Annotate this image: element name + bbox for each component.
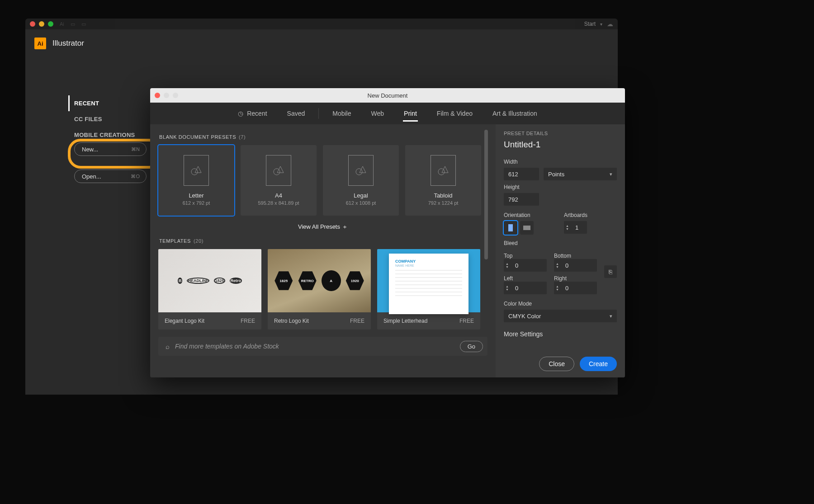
svg-marker-3 <box>277 166 284 173</box>
preset-letter[interactable]: Letter 612 x 792 pt <box>158 145 234 216</box>
portrait-icon <box>508 224 513 231</box>
template-thumbnail: 1825RETRO A1920 <box>268 249 371 312</box>
view-all-presets-button[interactable]: View All Presets＋ <box>158 216 487 236</box>
template-retro-logo[interactable]: 1825RETRO A1920 Retro Logo Kit FREE <box>268 249 371 330</box>
artboards-stepper[interactable]: ▲▼ 1 <box>564 221 587 234</box>
template-thumbnail: COMPANY NAME HERE <box>377 249 480 312</box>
preset-area: BLANK DOCUMENT PRESETS (7) Letter 612 x … <box>150 124 496 377</box>
artboards-label: Artboards <box>564 212 617 218</box>
svg-marker-1 <box>195 166 201 173</box>
height-input[interactable]: 792 <box>504 193 539 206</box>
bleed-bottom-label: Bottom <box>554 253 597 259</box>
new-label: New... <box>82 146 98 153</box>
mac-menu-bar: Ai ▭ ▭ Start ▾ ☁ <box>25 19 618 29</box>
new-document-dialog: New Document ◷ Recent Saved Mobile Web P… <box>150 88 625 377</box>
bleed-bottom-input[interactable]: ▲▼0 <box>554 259 597 272</box>
minimize-icon[interactable] <box>39 21 44 27</box>
landscape-icon <box>523 226 530 230</box>
svg-marker-5 <box>360 166 366 173</box>
colormode-label: Color Mode <box>504 301 617 307</box>
app-icon: Ai <box>60 21 64 27</box>
width-input[interactable]: 612 <box>504 168 539 180</box>
templates-heading: TEMPLATES (20) <box>158 236 487 249</box>
more-settings-button[interactable]: More Settings <box>504 330 617 338</box>
app-icon: ▭ <box>71 21 75 27</box>
width-label: Width <box>504 159 617 165</box>
window-controls[interactable] <box>30 21 53 27</box>
orientation-label: Orientation <box>504 212 557 218</box>
adobe-stock-search[interactable]: ⌕ Find more templates on Adobe Stock Go <box>158 337 487 356</box>
chevron-down-icon: ▼ <box>566 227 569 231</box>
document-name[interactable]: Untitled-1 <box>504 140 617 150</box>
preset-legal[interactable]: Legal 612 x 1008 pt <box>323 145 399 216</box>
presets-heading: BLANK DOCUMENT PRESETS (7) <box>158 132 487 145</box>
sidebar-item-ccfiles[interactable]: CC FILES <box>74 111 135 127</box>
close-button[interactable]: Close <box>539 357 574 371</box>
app-icon: ▭ <box>81 21 86 27</box>
page-icon <box>266 155 291 186</box>
height-label: Height <box>504 184 617 190</box>
preset-tabloid[interactable]: Tabloid 792 x 1224 pt <box>405 145 481 216</box>
search-icon: ⌕ <box>166 343 170 350</box>
dialog-title: New Document <box>150 92 625 99</box>
clock-icon: ◷ <box>238 110 243 117</box>
start-label[interactable]: Start <box>584 21 596 27</box>
bleed-left-label: Left <box>504 275 547 282</box>
link-bleed-icon[interactable]: ⎘ <box>604 265 617 278</box>
close-icon[interactable] <box>30 21 35 27</box>
scrollbar[interactable] <box>484 130 488 346</box>
chevron-down-icon: ▾ <box>610 313 612 319</box>
bleed-right-label: Right <box>554 275 597 282</box>
template-elegant-logo[interactable]: BHEADLINE 1825Retro Elegant Logo Kit FRE… <box>158 249 261 330</box>
units-select[interactable]: Points ▾ <box>544 168 617 180</box>
go-button[interactable]: Go <box>460 341 483 352</box>
open-document-button[interactable]: Open... ⌘O <box>74 170 147 183</box>
tab-web[interactable]: Web <box>361 103 394 124</box>
chevron-down-icon: ▾ <box>600 22 602 27</box>
shortcut-label: ⌘N <box>131 146 140 152</box>
bleed-label: Bleed <box>504 240 617 246</box>
page-icon <box>184 155 209 186</box>
template-thumbnail: BHEADLINE 1825Retro <box>158 249 261 312</box>
chevron-down-icon: ▾ <box>610 171 612 177</box>
create-button[interactable]: Create <box>580 357 617 371</box>
details-heading: PRESET DETAILS <box>504 131 617 136</box>
bleed-left-input[interactable]: ▲▼0 <box>504 282 547 294</box>
app-logo-icon: Ai <box>34 38 46 49</box>
app-title: Illustrator <box>52 39 84 48</box>
plus-icon: ＋ <box>342 223 348 230</box>
page-icon <box>431 155 456 186</box>
open-label: Open... <box>82 173 101 180</box>
tab-film[interactable]: Film & Video <box>427 103 483 124</box>
shortcut-label: ⌘O <box>131 174 140 179</box>
bleed-top-label: Top <box>504 253 547 259</box>
tab-art[interactable]: Art & Illustration <box>483 103 547 124</box>
orientation-landscape-button[interactable] <box>520 221 534 235</box>
orientation-portrait-button[interactable] <box>504 221 517 235</box>
template-letterhead[interactable]: COMPANY NAME HERE Simple Letterhead FREE <box>377 249 480 330</box>
tab-saved[interactable]: Saved <box>277 103 315 124</box>
tab-mobile[interactable]: Mobile <box>322 103 361 124</box>
maximize-icon[interactable] <box>48 21 53 27</box>
category-tabs: ◷ Recent Saved Mobile Web Print Film & V… <box>150 103 625 124</box>
dialog-titlebar[interactable]: New Document <box>150 88 625 103</box>
bleed-top-input[interactable]: ▲▼0 <box>504 259 547 272</box>
preset-a4[interactable]: A4 595.28 x 841.89 pt <box>241 145 317 216</box>
separator <box>318 108 319 119</box>
chevron-up-icon: ▲ <box>566 224 569 227</box>
search-placeholder: Find more templates on Adobe Stock <box>175 343 454 350</box>
cloud-icon[interactable]: ☁ <box>607 20 613 28</box>
preset-details-panel: PRESET DETAILS Untitled-1 Width 612 Poin… <box>496 124 625 377</box>
home-sidebar: RECENT CC FILES MOBILE CREATIONS <box>74 95 135 143</box>
page-icon <box>348 155 374 186</box>
tab-print[interactable]: Print <box>394 103 427 124</box>
bleed-right-input[interactable]: ▲▼0 <box>554 282 597 294</box>
sidebar-item-recent[interactable]: RECENT <box>68 95 135 111</box>
tab-recent[interactable]: ◷ Recent <box>228 103 277 124</box>
new-document-button[interactable]: New... ⌘N <box>74 142 147 156</box>
colormode-select[interactable]: CMYK Color ▾ <box>504 310 617 322</box>
svg-marker-7 <box>442 166 448 173</box>
